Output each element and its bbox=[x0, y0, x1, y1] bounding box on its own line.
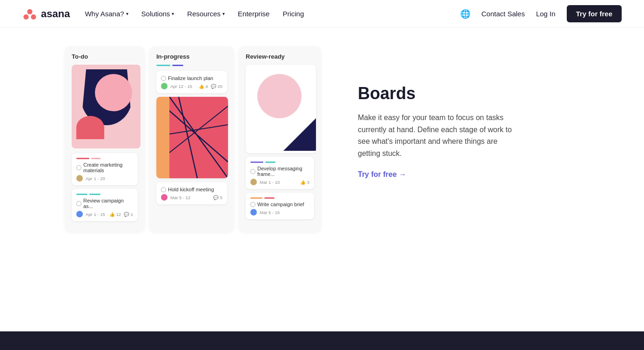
svg-point-0 bbox=[27, 9, 32, 14]
nav-why-asana[interactable]: Why Asana? ▾ bbox=[85, 10, 128, 18]
ip-orange-bar bbox=[156, 97, 169, 178]
boards-kanban: To-do Create marketing materials bbox=[65, 47, 321, 231]
comments-count: 💬 20 bbox=[211, 84, 222, 89]
bar-orange bbox=[250, 197, 262, 199]
task-icons: 💬 5 bbox=[213, 195, 222, 200]
ip-lines-svg bbox=[169, 97, 228, 178]
task-status-circle bbox=[161, 187, 166, 192]
task-meta: Mar 5 - 12 💬 5 bbox=[161, 194, 222, 201]
chevron-down-icon: ▾ bbox=[172, 11, 174, 16]
avatar bbox=[250, 209, 257, 215]
task-meta: Mar 5 - 15 bbox=[250, 209, 309, 215]
task-status-circle bbox=[76, 165, 81, 170]
navbar: asana Why Asana? ▾ Solutions ▾ Resources… bbox=[0, 0, 644, 28]
footer-bar bbox=[0, 331, 644, 350]
task-status-circle bbox=[250, 202, 255, 207]
svg-point-2 bbox=[31, 14, 36, 19]
review-column: Review-ready Develop messaging frame... bbox=[239, 47, 321, 231]
svg-line-4 bbox=[169, 111, 228, 162]
todo-column: To-do Create marketing materials bbox=[65, 47, 144, 231]
nav-left: asana Why Asana? ▾ Solutions ▾ Resources… bbox=[22, 7, 304, 21]
nav-pricing[interactable]: Pricing bbox=[282, 10, 304, 18]
task-meta: Mar 1 - 10 👍 3 bbox=[250, 179, 309, 185]
task-card[interactable]: Write campaign brief Mar 5 - 15 bbox=[246, 193, 314, 219]
bar-red bbox=[76, 158, 89, 159]
nav-resources[interactable]: Resources ▾ bbox=[187, 10, 225, 18]
contact-sales-button[interactable]: Contact Sales bbox=[482, 10, 525, 18]
todo-shape-red bbox=[76, 116, 104, 139]
task-status-circle bbox=[161, 76, 166, 81]
main-content: To-do Create marketing materials bbox=[0, 28, 644, 250]
task-meta: Apr 1 - 20 bbox=[76, 175, 133, 182]
task-name: Finalize launch plan bbox=[161, 75, 222, 81]
task-card[interactable]: Finalize launch plan Apr 12 - 15 👍 4 💬 2… bbox=[156, 71, 227, 93]
task-name: Create marketing materials bbox=[76, 162, 133, 173]
nav-right: 🌐 Contact Sales Log In Try for free bbox=[460, 5, 622, 22]
inprogress-column: In-progress Finalize launch plan Apr 12 … bbox=[150, 47, 234, 231]
progress-bars bbox=[156, 65, 227, 66]
language-selector[interactable]: 🌐 bbox=[460, 9, 470, 19]
nav-enterprise[interactable]: Enterprise bbox=[238, 10, 269, 18]
task-bars bbox=[250, 162, 309, 163]
task-status-circle bbox=[250, 169, 255, 174]
boards-title: Boards bbox=[358, 84, 588, 103]
svg-line-3 bbox=[169, 97, 228, 178]
bar-teal bbox=[76, 194, 87, 195]
bar-teal2 bbox=[89, 194, 101, 195]
likes-count: 👍 4 bbox=[199, 84, 208, 89]
boards-text: Make it easy for your team to focus on t… bbox=[358, 112, 516, 159]
todo-artwork bbox=[72, 65, 141, 148]
task-card[interactable]: Create marketing materials Apr 1 - 20 bbox=[72, 153, 138, 185]
todo-column-title: To-do bbox=[72, 53, 138, 60]
bar-purple bbox=[250, 162, 263, 163]
chevron-down-icon: ▾ bbox=[222, 11, 225, 16]
rv-pink-circle bbox=[257, 74, 302, 118]
asana-logo-icon bbox=[22, 7, 37, 21]
task-icons: 👍 4 💬 20 bbox=[199, 84, 222, 89]
login-button[interactable]: Log In bbox=[536, 10, 556, 18]
task-card[interactable]: Hold kickoff meeting Mar 5 - 12 💬 5 bbox=[156, 182, 227, 204]
avatar bbox=[161, 83, 168, 89]
task-bars bbox=[76, 194, 133, 195]
comments-count: 💬 5 bbox=[213, 195, 222, 200]
bar-pink bbox=[91, 158, 101, 159]
avatar bbox=[76, 211, 83, 217]
task-name: Hold kickoff meeting bbox=[161, 187, 222, 192]
task-status-circle bbox=[76, 201, 81, 206]
task-icons: 👍 3 bbox=[300, 180, 309, 185]
task-name: Review campaign as... bbox=[76, 198, 133, 209]
nav-solutions[interactable]: Solutions ▾ bbox=[141, 10, 174, 18]
logo[interactable]: asana bbox=[22, 7, 70, 21]
chevron-down-icon: ▾ bbox=[126, 11, 128, 16]
avatar bbox=[250, 179, 257, 185]
try-free-link[interactable]: Try for free → bbox=[358, 170, 588, 179]
task-card[interactable]: Develop messaging frame... Mar 1 - 10 👍 … bbox=[246, 157, 314, 189]
avatar bbox=[76, 175, 83, 182]
logo-text: asana bbox=[41, 8, 70, 20]
review-column-title: Review-ready bbox=[246, 53, 314, 60]
todo-shape-circle bbox=[95, 74, 132, 111]
task-card[interactable]: Review campaign as... Apr 1 - 15 👍 12 💬 … bbox=[72, 189, 138, 221]
task-name: Develop messaging frame... bbox=[250, 166, 309, 177]
task-bars bbox=[250, 197, 309, 199]
try-free-nav-button[interactable]: Try for free bbox=[567, 5, 622, 22]
nav-links: Why Asana? ▾ Solutions ▾ Resources ▾ Ent… bbox=[85, 10, 304, 18]
svg-point-1 bbox=[23, 14, 28, 19]
comments-count: 💬 1 bbox=[124, 212, 133, 217]
boards-description: Boards Make it easy for your team to foc… bbox=[321, 47, 588, 179]
inprogress-column-title: In-progress bbox=[156, 53, 227, 60]
task-meta: Apr 1 - 15 👍 12 💬 1 bbox=[76, 211, 133, 217]
inprogress-artwork bbox=[156, 97, 228, 178]
review-artwork bbox=[246, 65, 316, 153]
likes-count: 👍 3 bbox=[300, 180, 309, 185]
rv-dark-triangle bbox=[283, 118, 316, 151]
bar-blue bbox=[172, 65, 183, 66]
bar-teal bbox=[265, 162, 275, 163]
bar-cyan bbox=[156, 65, 170, 66]
task-name: Write campaign brief bbox=[250, 202, 309, 207]
task-meta: Apr 12 - 15 👍 4 💬 20 bbox=[161, 83, 222, 89]
avatar bbox=[161, 194, 168, 201]
bar-red bbox=[264, 197, 275, 199]
globe-icon: 🌐 bbox=[460, 9, 470, 19]
svg-line-7 bbox=[169, 106, 228, 153]
